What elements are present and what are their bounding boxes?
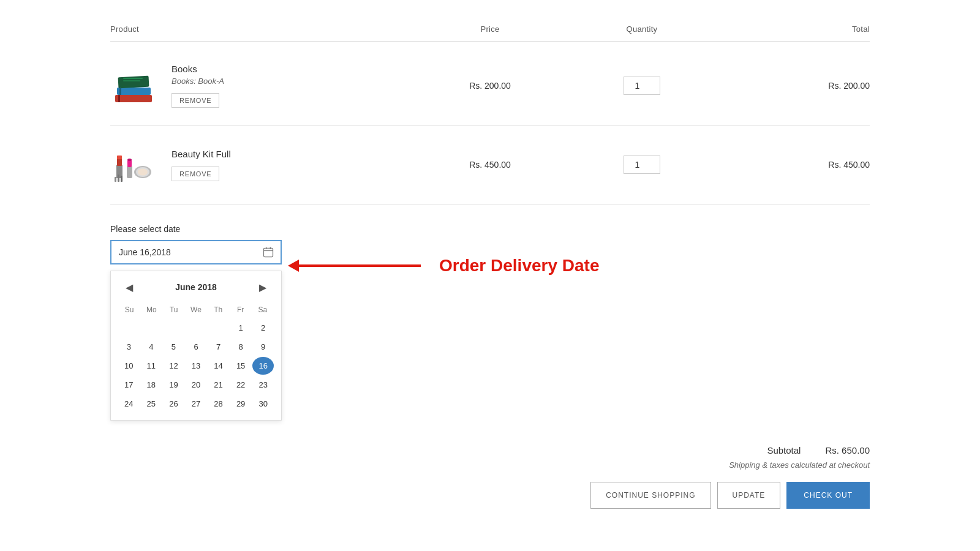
calendar-day-7[interactable]: 7 — [208, 338, 229, 356]
update-button[interactable]: UPDATE — [717, 482, 781, 509]
calendar-day-4[interactable]: 4 — [141, 338, 162, 356]
calendar-day-23[interactable]: 23 — [252, 376, 274, 394]
calendar-day-24[interactable]: 24 — [118, 395, 140, 413]
calendar-day-15[interactable]: 15 — [230, 357, 252, 375]
date-picker-container: Please select date ◀ June 2018 ▶ — [110, 224, 282, 421]
svg-rect-9 — [117, 156, 122, 159]
product-variant-books: Books: Book-A — [172, 77, 224, 86]
annotation-text: Order Delivery Date — [439, 256, 599, 276]
calendar-empty-cell — [186, 319, 207, 337]
calendar-navigation: ◀ June 2018 ▶ — [111, 271, 281, 303]
calendar-empty-cell — [118, 319, 140, 337]
svg-rect-10 — [127, 166, 132, 178]
calendar-day-29[interactable]: 29 — [230, 395, 252, 413]
day-header-tu: Tu — [163, 303, 185, 317]
calendar-day-25[interactable]: 25 — [141, 395, 162, 413]
cart-summary: Subtotal Rs. 650.00 Shipping & taxes cal… — [110, 445, 870, 509]
day-header-th: Th — [207, 303, 229, 317]
calendar-day-26[interactable]: 26 — [163, 395, 184, 413]
calendar-day-12[interactable]: 12 — [163, 357, 184, 375]
calendar-icon — [262, 246, 274, 258]
product-cell-beauty: Beauty Kit Full REMOVE — [110, 140, 414, 189]
product-image-beauty — [110, 140, 159, 189]
svg-point-12 — [127, 159, 132, 161]
day-header-fr: Fr — [229, 303, 251, 317]
price-beauty: Rs. 450.00 — [414, 160, 566, 170]
calendar-icon-button[interactable] — [256, 241, 281, 263]
total-beauty: Rs. 450.00 — [718, 160, 870, 170]
calendar-days-grid: 1234567891011121314151617181920212223242… — [118, 319, 274, 413]
day-header-su: Su — [118, 303, 140, 317]
svg-rect-5 — [119, 88, 121, 95]
date-input[interactable] — [111, 241, 256, 263]
remove-button-books[interactable]: REMOVE — [172, 93, 219, 108]
calendar-day-30[interactable]: 30 — [252, 395, 274, 413]
continue-shopping-button[interactable]: CONTINUE SHOPPING — [590, 482, 710, 509]
svg-rect-8 — [117, 159, 122, 166]
calendar-day-11[interactable]: 11 — [141, 357, 162, 375]
calendar-month-title: June 2018 — [175, 282, 217, 292]
svg-rect-4 — [123, 80, 140, 81]
calendar-day-21[interactable]: 21 — [208, 376, 229, 394]
calendar-day-13[interactable]: 13 — [186, 357, 207, 375]
books-icon — [112, 63, 158, 109]
date-input-wrapper — [110, 240, 282, 264]
calendar-grid: Su Mo Tu We Th Fr Sa 1234567891011121314… — [111, 303, 281, 420]
calendar-dropdown: ◀ June 2018 ▶ Su Mo Tu We Th Fr Sa — [110, 271, 282, 421]
calendar-day-8[interactable]: 8 — [230, 338, 252, 356]
arrow-container — [288, 260, 421, 272]
remove-button-beauty[interactable]: REMOVE — [172, 167, 219, 181]
table-row: Beauty Kit Full REMOVE Rs. 450.00 Rs. 45… — [110, 126, 870, 204]
calendar-day-28[interactable]: 28 — [208, 395, 229, 413]
day-header-we: We — [185, 303, 207, 317]
svg-rect-16 — [115, 177, 116, 182]
cart-table-header: Product Price Quantity Total — [110, 24, 870, 42]
calendar-day-6[interactable]: 6 — [186, 338, 207, 356]
product-name-beauty: Beauty Kit Full — [172, 149, 231, 159]
calendar-day-22[interactable]: 22 — [230, 376, 252, 394]
total-books: Rs. 200.00 — [718, 81, 870, 91]
calendar-day-3[interactable]: 3 — [118, 338, 140, 356]
day-header-mo: Mo — [140, 303, 162, 317]
calendar-day-5[interactable]: 5 — [163, 338, 184, 356]
calendar-day-20[interactable]: 20 — [186, 376, 207, 394]
checkout-button[interactable]: CHECK OUT — [786, 482, 870, 509]
calendar-empty-cell — [141, 319, 162, 337]
calendar-day-18[interactable]: 18 — [141, 376, 162, 394]
product-name-books: Books — [172, 64, 224, 74]
subtotal-label: Subtotal — [767, 445, 801, 455]
annotation-area: Order Delivery Date — [288, 256, 599, 276]
calendar-day-19[interactable]: 19 — [163, 376, 184, 394]
header-price: Price — [414, 24, 566, 34]
subtotal-row: Subtotal Rs. 650.00 — [767, 445, 870, 455]
table-row: Books Books: Book-A REMOVE Rs. 200.00 Rs… — [110, 47, 870, 126]
calendar-day-16[interactable]: 16 — [252, 357, 274, 375]
calendar-day-17[interactable]: 17 — [118, 376, 140, 394]
header-quantity: Quantity — [566, 24, 718, 34]
calendar-day-10[interactable]: 10 — [118, 357, 140, 375]
calendar-prev-button[interactable]: ◀ — [121, 279, 138, 296]
calendar-empty-cell — [163, 319, 184, 337]
calendar-days-header: Su Mo Tu We Th Fr Sa — [118, 303, 274, 317]
svg-rect-1 — [117, 88, 151, 95]
arrow-head — [288, 260, 299, 272]
svg-rect-19 — [264, 248, 273, 257]
svg-rect-2 — [118, 75, 149, 88]
date-picker-label: Please select date — [110, 224, 282, 234]
calendar-next-button[interactable]: ▶ — [254, 279, 271, 296]
quantity-input-books[interactable] — [624, 77, 660, 95]
product-info-beauty: Beauty Kit Full REMOVE — [172, 149, 231, 181]
svg-rect-0 — [115, 95, 152, 102]
price-books: Rs. 200.00 — [414, 81, 566, 91]
product-image-books — [110, 61, 159, 110]
quantity-cell-books — [566, 77, 718, 95]
calendar-day-14[interactable]: 14 — [208, 357, 229, 375]
svg-rect-17 — [118, 174, 119, 182]
calendar-day-27[interactable]: 27 — [186, 395, 207, 413]
calendar-day-1[interactable]: 1 — [230, 319, 252, 337]
calendar-day-9[interactable]: 9 — [252, 338, 274, 356]
quantity-input-beauty[interactable] — [624, 156, 660, 174]
calendar-day-2[interactable]: 2 — [252, 319, 274, 337]
product-cell-books: Books Books: Book-A REMOVE — [110, 61, 414, 110]
quantity-cell-beauty — [566, 156, 718, 174]
